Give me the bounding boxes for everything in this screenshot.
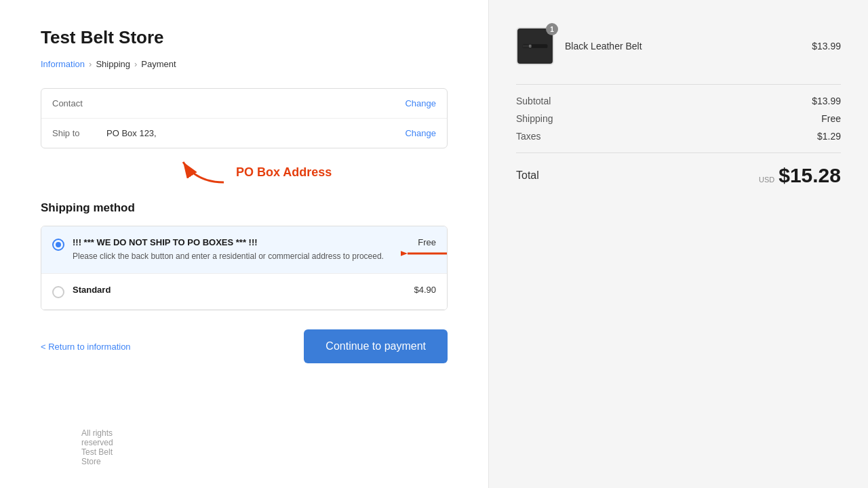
ship-to-prefix: PO Box 123, — [106, 128, 157, 138]
contact-change-link[interactable]: Change — [405, 98, 436, 108]
subtotal-label: Subtotal — [516, 96, 551, 106]
product-image-wrap: 1 — [516, 27, 554, 65]
taxes-value: $1.29 — [817, 131, 841, 142]
radio-po-box[interactable] — [52, 239, 64, 251]
standard-option-title: Standard — [73, 285, 403, 295]
standard-option-content: Standard — [73, 285, 403, 298]
product-row: 1 Black Leather Belt $13.99 — [516, 27, 841, 65]
breadcrumb-information[interactable]: Information — [41, 59, 85, 69]
po-box-annotation-label: PO Box Address — [236, 165, 332, 180]
po-box-arrow — [176, 155, 231, 189]
warning-arrow — [401, 240, 448, 267]
breadcrumb-sep-1: › — [89, 59, 92, 69]
total-label: Total — [516, 169, 539, 182]
shipping-options-container: !!! *** WE DO NOT SHIP TO PO BOXES *** !… — [41, 226, 448, 310]
shipping-option-po-box[interactable]: !!! *** WE DO NOT SHIP TO PO BOXES *** !… — [41, 226, 447, 274]
ship-to-value: PO Box 123, — [106, 128, 405, 138]
product-price: $13.99 — [812, 41, 841, 52]
standard-option-price: $4.90 — [414, 285, 436, 295]
continue-to-payment-button[interactable]: Continue to payment — [304, 329, 448, 363]
contact-info-box: Contact Change Ship to PO Box 123, Chang… — [41, 88, 448, 148]
contact-label: Contact — [52, 98, 106, 108]
ship-to-row: Ship to PO Box 123, Change — [41, 119, 447, 148]
breadcrumb: Information › Shipping › Payment — [41, 59, 448, 69]
shipping-option-standard[interactable]: Standard $4.90 — [41, 274, 447, 310]
total-value: $15.28 — [778, 164, 841, 187]
breadcrumb-payment: Payment — [141, 59, 176, 69]
taxes-label: Taxes — [516, 131, 541, 142]
po-box-option-title: !!! *** WE DO NOT SHIP TO PO BOXES *** !… — [73, 237, 407, 247]
product-name: Black Leather Belt — [565, 41, 812, 52]
breadcrumb-sep-2: › — [134, 59, 137, 69]
ship-to-change-link[interactable]: Change — [405, 128, 436, 138]
total-value-wrap: USD $15.28 — [759, 164, 841, 187]
taxes-row: Taxes $1.29 — [516, 131, 841, 142]
product-quantity-badge: 1 — [546, 23, 558, 35]
shipping-row: Shipping Free — [516, 113, 841, 124]
back-to-information-link[interactable]: < Return to information — [41, 342, 131, 352]
summary-divider-1 — [516, 84, 841, 85]
breadcrumb-shipping: Shipping — [96, 59, 130, 69]
ship-to-label: Ship to — [52, 128, 106, 138]
total-currency: USD — [759, 176, 774, 184]
svg-point-5 — [530, 45, 531, 47]
contact-row: Contact Change — [41, 89, 447, 119]
shipping-method-title: Shipping method — [41, 201, 448, 215]
shipping-value: Free — [821, 113, 841, 124]
svg-rect-3 — [523, 45, 530, 47]
po-box-option-content: !!! *** WE DO NOT SHIP TO PO BOXES *** !… — [73, 237, 407, 262]
store-title: Test Belt Store — [41, 27, 448, 48]
actions-bar: < Return to information Continue to paym… — [41, 329, 448, 363]
shipping-label: Shipping — [516, 113, 553, 124]
subtotal-row: Subtotal $13.99 — [516, 96, 841, 106]
belt-icon — [521, 39, 549, 53]
order-summary-panel: 1 Black Leather Belt $13.99 Subtotal $13… — [488, 0, 868, 488]
radio-standard[interactable] — [52, 286, 64, 298]
total-row: Total USD $15.28 — [516, 164, 841, 187]
footer-text: All rights reserved Test Belt Store — [81, 428, 113, 466]
subtotal-value: $13.99 — [812, 96, 841, 106]
summary-divider-2 — [516, 152, 841, 153]
po-box-option-desc: Please click the back button and enter a… — [73, 250, 407, 262]
